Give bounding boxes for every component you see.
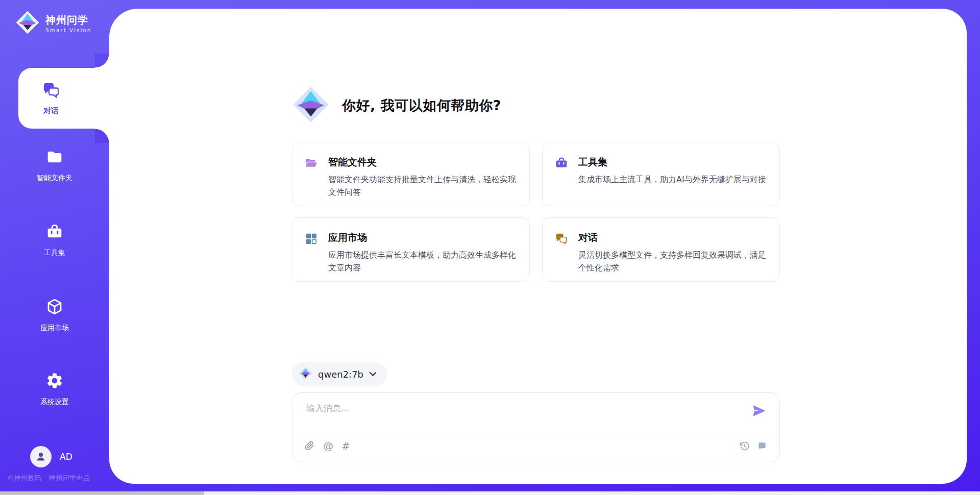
card-title: 工具集 — [578, 156, 766, 169]
tab-fillet-top — [95, 54, 109, 68]
chat-icon — [555, 232, 568, 245]
card-app-market[interactable]: 应用市场 应用市场提供丰富长文本模板，助力高效生成多样化文章内容 — [292, 217, 530, 282]
folder-icon — [46, 148, 63, 168]
sidebar-item-label: 系统设置 — [40, 398, 69, 407]
quick-phrases-icon[interactable] — [757, 441, 767, 451]
user-name: AD — [60, 452, 72, 462]
toolbox-icon — [46, 224, 63, 243]
sidebar-item-app-market[interactable]: 应用市场 — [0, 298, 109, 333]
folder-open-icon — [305, 157, 318, 170]
composer-right-tools — [740, 441, 767, 451]
message-composer: 输入消息... @ # — [292, 392, 780, 462]
greeting: 你好, 我可以如何帮助你? — [292, 86, 501, 126]
message-input[interactable]: 输入消息... — [306, 403, 349, 414]
card-description: 应用市场提供丰富长文本模板，助力高效生成多样化文章内容 — [328, 249, 516, 275]
tab-fillet-bottom — [95, 129, 109, 143]
model-selector[interactable]: qwen2:7b — [292, 362, 387, 386]
brand-subtitle: Smart Vision — [45, 27, 91, 33]
card-body: 对话 灵活切换多模型文件，支持多样回复效果调试，满足个性化需求 — [578, 231, 766, 275]
history-icon[interactable] — [740, 441, 750, 451]
app-root: 神州问学 Smart Vision 对话 — [0, 0, 980, 495]
hash-icon[interactable]: # — [341, 441, 350, 451]
composer-toolbar: @ # — [305, 441, 767, 451]
sidebar-item-smart-folder[interactable]: 智能文件夹 — [0, 148, 109, 183]
sidebar-item-settings[interactable]: 系统设置 — [0, 372, 109, 407]
sidebar-item-toolset[interactable]: 工具集 — [0, 224, 109, 258]
brand-text: 神州问学 Smart Vision — [45, 14, 91, 33]
card-description: 集成市场上主流工具，助力AI与外界无缝扩展与对接 — [578, 174, 766, 186]
feature-cards: 智能文件夹 智能文件夹功能支持批量文件上传与清洗，轻松实现文件问答 — [292, 142, 780, 282]
attachment-icon[interactable] — [305, 441, 315, 451]
model-name: qwen2:7b — [318, 369, 363, 380]
card-body: 智能文件夹 智能文件夹功能支持批量文件上传与清洗，轻松实现文件问答 — [328, 156, 516, 199]
card-title: 智能文件夹 — [328, 156, 516, 169]
mention-icon[interactable]: @ — [323, 441, 333, 451]
sidebar: 神州问学 Smart Vision 对话 — [0, 0, 109, 495]
sidebar-item-label: 工具集 — [44, 249, 65, 258]
gear-icon — [45, 372, 64, 392]
person-icon — [34, 450, 47, 463]
model-logo-icon — [299, 366, 312, 382]
scrollbar-thumb[interactable] — [0, 491, 204, 495]
sidebar-item-chat[interactable]: 对话 — [18, 68, 109, 129]
greeting-text: 你好, 我可以如何帮助你? — [342, 96, 501, 115]
chat-icon — [42, 81, 60, 102]
main-panel: 你好, 我可以如何帮助你? 智能文件夹 智能文件夹功能支持批量文件上传与清洗，轻… — [109, 9, 967, 484]
user-profile[interactable]: AD — [30, 446, 72, 467]
sidebar-item-label: 对话 — [43, 106, 59, 116]
brand-title: 神州问学 — [45, 14, 91, 26]
card-chat[interactable]: 对话 灵活切换多模型文件，支持多样回复效果调试，满足个性化需求 — [542, 217, 780, 282]
send-icon[interactable] — [752, 404, 766, 418]
brand-logo-icon — [15, 10, 40, 37]
card-body: 应用市场 应用市场提供丰富长文本模板，助力高效生成多样化文章内容 — [328, 231, 516, 275]
card-body: 工具集 集成市场上主流工具，助力AI与外界无缝扩展与对接 — [578, 156, 766, 186]
card-description: 智能文件夹功能支持批量文件上传与清洗，轻松实现文件问答 — [328, 174, 516, 199]
main-content: 你好, 我可以如何帮助你? 智能文件夹 智能文件夹功能支持批量文件上传与清洗，轻… — [292, 9, 780, 484]
sidebar-item-chat-inner: 对话 — [18, 68, 84, 129]
sidebar-item-label: 应用市场 — [40, 324, 69, 333]
card-description: 灵活切换多模型文件，支持多样回复效果调试，满足个性化需求 — [578, 249, 766, 275]
avatar — [30, 446, 52, 467]
card-toolset[interactable]: 工具集 集成市场上主流工具，助力AI与外界无缝扩展与对接 — [542, 142, 780, 206]
horizontal-scrollbar — [0, 491, 980, 495]
card-title: 应用市场 — [328, 231, 516, 244]
cube-icon — [45, 298, 64, 318]
sidebar-footer: ©神州数码 · 神州问学出品 — [7, 474, 90, 483]
sidebar-item-label: 智能文件夹 — [37, 174, 72, 183]
briefcase-icon — [555, 157, 568, 170]
brand: 神州问学 Smart Vision — [15, 10, 91, 37]
assistant-logo-icon — [292, 86, 330, 126]
card-title: 对话 — [578, 231, 766, 244]
composer-divider — [302, 435, 770, 435]
apps-grid-icon — [305, 232, 318, 245]
card-smart-folder[interactable]: 智能文件夹 智能文件夹功能支持批量文件上传与清洗，轻松实现文件问答 — [292, 142, 530, 206]
chevron-down-icon — [369, 369, 377, 379]
